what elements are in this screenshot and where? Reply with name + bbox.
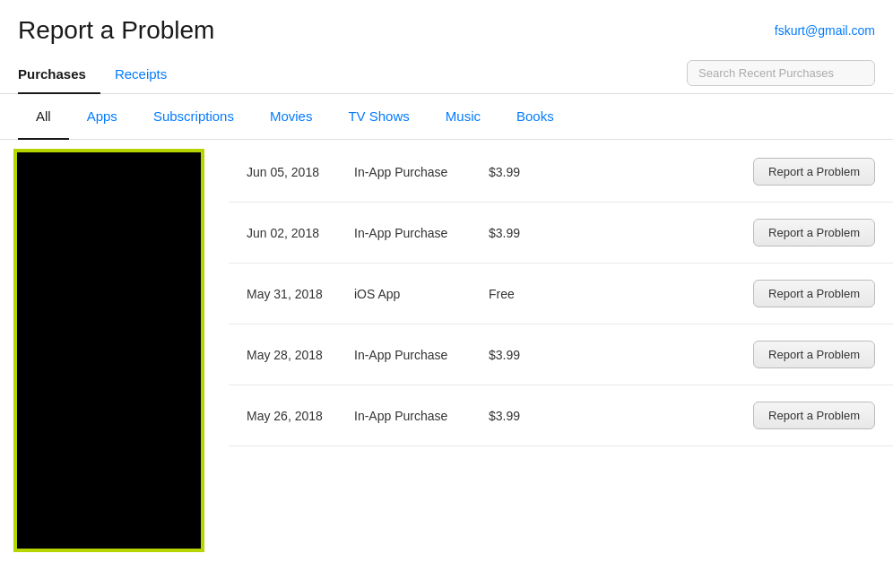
purchase-price: $3.99 (489, 409, 560, 423)
cat-tab-all[interactable]: All (18, 94, 69, 140)
purchase-action: Report a Problem (753, 402, 875, 429)
purchase-row: May 26, 2018 In-App Purchase $3.99 Repor… (229, 385, 893, 446)
tab-receipts[interactable]: Receipts (100, 54, 181, 94)
purchase-type: In-App Purchase (354, 409, 489, 423)
purchase-action: Report a Problem (753, 158, 875, 186)
main-tabs-row: Purchases Receipts (0, 54, 893, 94)
report-problem-button[interactable]: Report a Problem (753, 219, 875, 246)
purchase-price: $3.99 (489, 226, 560, 240)
purchase-date: May 28, 2018 (247, 348, 354, 362)
purchase-date: May 26, 2018 (247, 409, 354, 423)
search-wrapper (687, 60, 875, 86)
purchase-action: Report a Problem (753, 280, 875, 307)
purchase-action: Report a Problem (753, 219, 875, 246)
purchase-type: In-App Purchase (354, 348, 489, 362)
report-problem-button[interactable]: Report a Problem (753, 341, 875, 368)
purchase-price: Free (489, 287, 560, 301)
purchase-type: iOS App (354, 287, 489, 301)
content-area: Jun 05, 2018 In-App Purchase $3.99 Repor… (0, 140, 893, 561)
purchase-type: In-App Purchase (354, 165, 489, 179)
purchase-date: Jun 05, 2018 (247, 165, 354, 179)
report-problem-button[interactable]: Report a Problem (753, 402, 875, 429)
app-image-panel (0, 140, 229, 561)
cat-tab-apps[interactable]: Apps (69, 94, 135, 140)
app-image (13, 149, 204, 552)
cat-tab-movies[interactable]: Movies (252, 94, 331, 140)
category-tabs: All Apps Subscriptions Movies TV Shows M… (0, 94, 893, 140)
purchase-row: May 31, 2018 iOS App Free Report a Probl… (229, 264, 893, 324)
purchases-list: Jun 05, 2018 In-App Purchase $3.99 Repor… (229, 140, 893, 561)
purchase-type: In-App Purchase (354, 226, 489, 240)
purchase-date: May 31, 2018 (247, 287, 354, 301)
purchase-row: May 28, 2018 In-App Purchase $3.99 Repor… (229, 324, 893, 385)
purchase-price: $3.99 (489, 348, 560, 362)
report-problem-button[interactable]: Report a Problem (753, 280, 875, 307)
page-title: Report a Problem (18, 16, 214, 45)
tab-purchases[interactable]: Purchases (18, 54, 100, 94)
cat-tab-books[interactable]: Books (499, 94, 572, 140)
cat-tab-music[interactable]: Music (428, 94, 499, 140)
purchase-row: Jun 02, 2018 In-App Purchase $3.99 Repor… (229, 203, 893, 264)
report-problem-button[interactable]: Report a Problem (753, 158, 875, 186)
purchase-price: $3.99 (489, 165, 560, 179)
purchase-date: Jun 02, 2018 (247, 226, 354, 240)
header: Report a Problem fskurt@gmail.com (0, 0, 893, 45)
cat-tab-tvshows[interactable]: TV Shows (330, 94, 427, 140)
cat-tab-subscriptions[interactable]: Subscriptions (135, 94, 252, 140)
user-email-link[interactable]: fskurt@gmail.com (775, 23, 875, 38)
purchase-row: Jun 05, 2018 In-App Purchase $3.99 Repor… (229, 140, 893, 203)
search-input[interactable] (687, 60, 875, 86)
purchase-action: Report a Problem (753, 341, 875, 368)
